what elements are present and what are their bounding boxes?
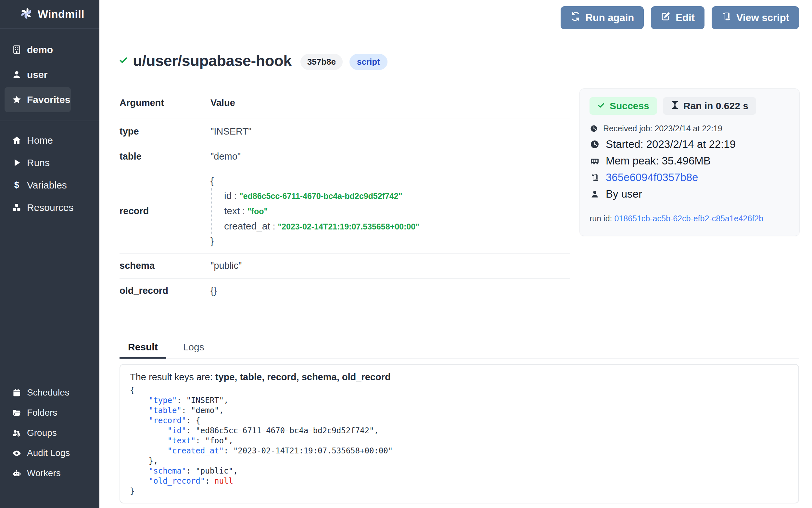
sidebar-item-favorites[interactable]: Favorites	[5, 87, 71, 112]
argument-row-old_record: old_record{}	[120, 279, 570, 303]
json-line: "schema": "public",	[130, 466, 789, 476]
memory-icon	[589, 156, 600, 166]
edit-button[interactable]: Edit	[651, 6, 705, 29]
sidebar-main-section: HomeRuns$VariablesResources	[0, 121, 99, 219]
user-icon	[12, 70, 21, 79]
sidebar-item-folders[interactable]: Folders	[0, 403, 99, 423]
tab-logs[interactable]: Logs	[175, 342, 213, 358]
argument-name: schema	[120, 260, 210, 271]
record-key: text	[224, 205, 240, 216]
run-id-link[interactable]: 018651cb-ac5b-62cb-efb2-c85a1e426f2b	[614, 214, 763, 223]
calendar-icon	[12, 388, 21, 397]
argument-row-record: record{id : "ed86c5cc-6711-4670-bc4a-bd2…	[120, 169, 570, 254]
sidebar-item-label: Favorites	[27, 94, 70, 105]
sidebar-admin-section: SchedulesFoldersGroupsAudit LogsWorkers	[0, 383, 99, 483]
check-icon	[597, 100, 605, 112]
app-title: Windmill	[38, 8, 85, 20]
arguments-table: Argument Value type"INSERT"table"demo"re…	[120, 97, 570, 303]
argument-row-schema: schema"public"	[120, 254, 570, 279]
json-line: "type": "INSERT",	[130, 395, 789, 406]
version-hash-badge: 357b8e	[300, 54, 343, 70]
sidebar: Windmill demouserFavorites HomeRuns$Vari…	[0, 0, 99, 508]
mem-peak-row: Mem peak: 35.496MB	[589, 155, 790, 167]
home-icon	[12, 135, 21, 145]
view-script-button[interactable]: View script	[712, 6, 799, 29]
record-entry-id: id : "ed86c5cc-6711-4670-bc4a-bd2c9d52f7…	[224, 188, 419, 204]
by-user-row: By user	[589, 188, 790, 200]
started-text: Started: 2023/2/14 at 22:19	[606, 138, 736, 151]
sidebar-item-label: Resources	[27, 202, 74, 213]
folder-icon	[12, 409, 21, 417]
record-entry-text: text : "foo"	[224, 204, 419, 219]
record-entries: id : "ed86c5cc-6711-4670-bc4a-bd2c9d52f7…	[211, 188, 419, 234]
result-panel: The result keys are: type, table, record…	[120, 364, 799, 503]
sidebar-item-variables[interactable]: $Variables	[0, 174, 99, 196]
edit-icon	[661, 11, 671, 24]
refresh-icon	[570, 11, 580, 24]
sidebar-item-home[interactable]: Home	[0, 129, 99, 152]
clock-icon	[589, 139, 600, 149]
run-id-row: run id: 018651cb-ac5b-62cb-efb2-c85a1e42…	[589, 214, 790, 223]
started-row: Started: 2023/2/14 at 22:19	[589, 138, 790, 151]
script-hash-link[interactable]: 365e6094f0357b8e	[589, 171, 790, 184]
record-key: created_at	[224, 221, 270, 231]
argument-column-header: Argument	[120, 97, 210, 108]
run-again-button[interactable]: Run again	[561, 6, 644, 29]
duration-badge-label: Ran in 0.622 s	[683, 100, 748, 112]
success-check-icon	[119, 55, 128, 66]
building-icon	[12, 45, 21, 54]
sidebar-item-label: Runs	[27, 157, 50, 168]
argument-value: {}	[210, 285, 217, 296]
sidebar-item-label: Groups	[27, 428, 57, 438]
argument-value: "demo"	[210, 151, 241, 162]
received-job-text: Received job: 2023/2/14 at 22:19	[603, 124, 722, 133]
record-value: "ed86c5cc-6711-4670-bc4a-bd2c9d52f742"	[239, 192, 402, 201]
result-json: { "type": "INSERT", "table": "demo", "re…	[130, 385, 789, 496]
json-line: }	[130, 486, 789, 496]
sidebar-item-label: Home	[27, 135, 53, 146]
sidebar-item-demo[interactable]: demo	[0, 37, 99, 62]
sidebar-item-label: Schedules	[27, 387, 69, 398]
status-badge-label: Success	[610, 100, 649, 112]
sidebar-item-resources[interactable]: Resources	[0, 196, 99, 219]
json-line: "record": {	[130, 416, 789, 426]
by-user-text: By user	[606, 188, 642, 200]
run-id-label: run id:	[589, 214, 612, 223]
app-logo[interactable]: Windmill	[0, 0, 99, 29]
cubes-icon	[12, 203, 21, 212]
star-icon	[12, 95, 21, 104]
windmill-logo-icon	[19, 6, 33, 22]
value-column-header: Value	[210, 97, 235, 108]
sidebar-item-groups[interactable]: Groups	[0, 423, 99, 443]
arguments-table-header: Argument Value	[120, 97, 570, 119]
sidebar-item-label: demo	[27, 44, 53, 55]
sidebar-item-runs[interactable]: Runs	[0, 152, 99, 174]
result-keys-list: type, table, record, schema, old_record	[216, 372, 391, 382]
result-tabs: Result Logs	[120, 342, 799, 359]
close-brace: }	[210, 234, 419, 248]
sidebar-item-audit-logs[interactable]: Audit Logs	[0, 443, 99, 463]
record-colon: :	[232, 191, 239, 201]
result-keys-prefix: The result keys are:	[130, 372, 216, 382]
eye-icon	[12, 449, 21, 458]
argument-name: type	[120, 126, 210, 137]
argument-value: {id : "ed86c5cc-6711-4670-bc4a-bd2c9d52f…	[210, 174, 419, 248]
sidebar-item-label: Workers	[27, 468, 61, 478]
json-line: "created_at": "2023-02-14T21:19:07.53565…	[130, 446, 789, 456]
argument-value: "public"	[210, 260, 242, 271]
scroll-icon	[589, 173, 600, 182]
tab-result[interactable]: Result	[120, 342, 166, 359]
json-line: "text": "foo",	[130, 436, 789, 446]
sidebar-item-user[interactable]: user	[0, 62, 99, 87]
sidebar-item-schedules[interactable]: Schedules	[0, 383, 99, 403]
status-badge: Success	[589, 97, 657, 115]
hourglass-icon	[671, 100, 679, 112]
edit-label: Edit	[676, 12, 695, 24]
record-colon: :	[270, 221, 278, 231]
open-brace: {	[210, 174, 419, 188]
play-icon	[12, 158, 21, 167]
page-header: u/user/supabase-hook 357b8e script	[119, 51, 387, 70]
argument-row-type: type"INSERT"	[120, 119, 570, 144]
sidebar-item-workers[interactable]: Workers	[0, 463, 99, 483]
mem-peak-text: Mem peak: 35.496MB	[606, 155, 711, 167]
